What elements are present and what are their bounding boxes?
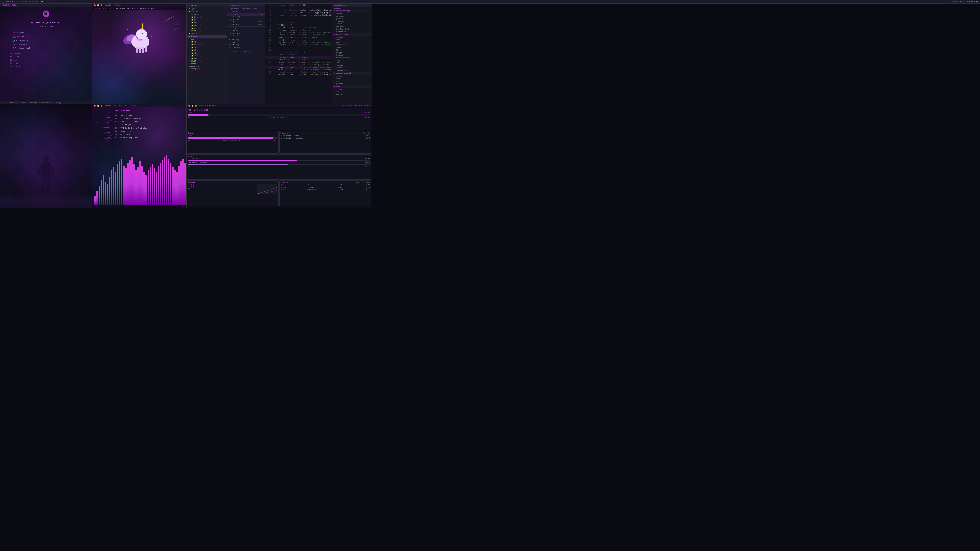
svg-point-17 <box>126 34 127 35</box>
ft-readme-root[interactable]: README.org <box>186 65 227 68</box>
ce-line-21: 21 userSettings = rec { <box>266 54 332 56</box>
svg-rect-12 <box>139 48 141 53</box>
fl-flake-lock[interactable]: flake.lock27.5 K <box>227 11 265 13</box>
img-terminal-title: emmet@snowfire: ~ <box>105 4 123 6</box>
ft-personal[interactable]: 📁 personal <box>186 18 227 21</box>
qb-tabbar: Tech Profile <box>0 3 92 7</box>
qb-shortcut-history: [$ h] History <box>13 39 87 43</box>
qb-welcome-text: Welcome to Qutebrowser <box>31 22 61 24</box>
qb-bm-octoprint[interactable]: octo-print <box>10 65 87 68</box>
fl-install-sh[interactable]: install.sh <box>227 18 265 21</box>
ce-line-26: 26 theme = "wunicorn-yt"; # selected the… <box>266 66 332 69</box>
ft-user[interactable]: ▼ user <box>186 38 227 40</box>
ft-shell[interactable]: 📁 shell <box>186 52 227 54</box>
ft-lang[interactable]: 📁 lang <box>186 46 227 49</box>
cs-user-term: term <box>332 59 372 62</box>
cs-user-email: email <box>332 41 372 44</box>
image-terminal-panel: emmet@snowfire: ~ emmet@snowfire:~$ cd /… <box>92 3 186 104</box>
neo-desktop: RI| DESKTOP: hyprland <box>115 136 148 140</box>
bar-item <box>97 191 98 205</box>
ft-git[interactable]: ▶ .git <box>186 7 227 10</box>
qb-bm-external[interactable]: External <box>10 62 87 65</box>
ft-home-lab[interactable]: 📁 home.lab <box>186 16 227 18</box>
fl-install-org2[interactable]: install.org <box>227 32 265 35</box>
ft-system[interactable]: ▶ system <box>186 32 227 35</box>
ft-wm[interactable]: 📁 wm <box>186 57 227 60</box>
fl-install-org[interactable]: install.org <box>227 16 265 18</box>
ft-worklab[interactable]: 📁 worklab <box>186 24 227 27</box>
cs-user-font: font <box>332 62 372 64</box>
ft-header: .dotfiles <box>186 3 227 7</box>
bar-item <box>119 162 121 205</box>
ft-app[interactable]: 📁 app <box>186 40 227 43</box>
qb-ascii-logo: ██████╗ ██╔═══██╗ ██║ ██║ ██║▄▄ ██║ ╚███… <box>42 11 49 19</box>
ce-line-14: 14 locale = "en_US.UTF-8"; # select loca… <box>266 37 332 39</box>
bar-item <box>148 170 149 205</box>
bar-item <box>133 164 135 205</box>
bar-item <box>100 180 102 205</box>
ce-line-10: 10 system = "x86_64-linux"; # system arc… <box>266 27 332 29</box>
ce-lines: 1 description = "Flake of LibrePhoenix";… <box>266 3 332 77</box>
svg-point-10 <box>143 33 144 34</box>
fl-license[interactable]: LICENSE34.2 K <box>227 21 265 23</box>
fl-harden-sh[interactable]: harden.sh <box>227 30 265 32</box>
ft-wsl[interactable]: 📁 wsl <box>186 27 227 30</box>
neofetch-ascii: \ / ) (( ( ) ::::::///// :::::///// // :… <box>94 110 112 142</box>
ce-line-27: 27 wm = "hyprland"; # selected window ma… <box>266 69 332 71</box>
qb-bm-themes[interactable]: themes <box>10 59 87 62</box>
cs-pkgs-config: config <box>332 93 372 96</box>
fl-header: Temp-Settings... <box>227 3 265 7</box>
ce-line-19: 19 <box>266 49 332 52</box>
neo-we: WE| emmet @ snowfire <box>115 114 148 117</box>
ce-line-11: 11 hostname = "snowfire"; # hostname <box>266 29 332 32</box>
cs-sys-locale: locale <box>332 23 372 25</box>
tb-cpu-label: CPU <box>16 1 19 3</box>
svg-rect-11 <box>136 48 138 52</box>
bar-item <box>137 167 139 205</box>
mem-stats: 0s RAM: 95 5.76/18.2018 0% 0% <box>188 140 277 141</box>
fl-readme[interactable]: README.org4.89 K <box>227 23 265 26</box>
bar-item <box>182 159 184 205</box>
fl-install-sh2[interactable]: install.sh <box>227 35 265 37</box>
svg-point-18 <box>151 36 152 37</box>
sysmon-processes: Processes PID(s) CPU% MEM% 2529Hyprland0… <box>280 180 371 206</box>
qb-bm-dotfiles[interactable]: dotfiles <box>10 56 87 59</box>
cs-systemsettings: ▼ systemSettings <box>332 10 372 13</box>
fl-license2[interactable]: LICENSE <box>227 41 265 44</box>
fl-flake-nix[interactable]: flake.nix2.26 K <box>227 13 265 16</box>
bar-item <box>115 172 116 205</box>
fl-readme3[interactable]: README.org <box>227 44 265 46</box>
ft-themes[interactable]: ▶ themes <box>186 35 227 38</box>
ft-readme-user[interactable]: README.org <box>186 60 227 62</box>
ft-profiles[interactable]: ▼ profiles <box>186 13 227 16</box>
fl-readme2[interactable]: README.org <box>227 38 265 41</box>
sysmon-grid: CPU ~ 1.53 1.14 0.78 100% CPU live 0s AV… <box>186 107 372 207</box>
proc-emacs: 550631emacs0.280.7% <box>281 186 370 189</box>
ft-license[interactable]: LICENSE <box>186 62 227 65</box>
cs-description: description <box>332 3 372 7</box>
ft-work[interactable]: 📁 work <box>186 21 227 24</box>
ft-hardware[interactable]: 📁 hardware <box>186 43 227 46</box>
ft-pkgs[interactable]: 📁 pkgs <box>186 49 227 52</box>
qb-bm-documents[interactable]: Documents <box>10 52 87 56</box>
water-reflection <box>0 193 92 208</box>
cs-pkgs-system: system <box>332 88 372 91</box>
cs-user-fontpkg: fontPkg <box>332 64 372 67</box>
ft-style[interactable]: 📁 style <box>186 54 227 57</box>
ft-readme-profiles[interactable]: README.org <box>186 30 227 32</box>
fl-flake-nix2[interactable]: flake.nix <box>227 27 265 30</box>
bar-item <box>135 170 137 205</box>
fl-desktop-png2[interactable]: desktop.png <box>227 46 265 49</box>
bg-art-panel <box>0 104 92 208</box>
neo-shell: SH: SHELL: zsh <box>115 133 148 136</box>
ce-line-2: 2 <box>266 6 332 9</box>
ft-patches[interactable]: ▶ patches <box>186 10 227 13</box>
ce-line-28: 28 # window manager type (hyprland or x1… <box>266 71 332 74</box>
ft-desktop-png[interactable]: desktop.png <box>186 68 227 70</box>
bar-item <box>94 197 96 205</box>
qb-active-tab[interactable]: Tech Profile <box>2 4 18 6</box>
bar-item <box>103 175 104 205</box>
tb-cpu-val: 20% <box>21 1 24 3</box>
ce-line-25: 25 dotfilesDir = "~/.dotfiles"; # absolu… <box>266 64 332 66</box>
bar-item <box>125 168 127 205</box>
